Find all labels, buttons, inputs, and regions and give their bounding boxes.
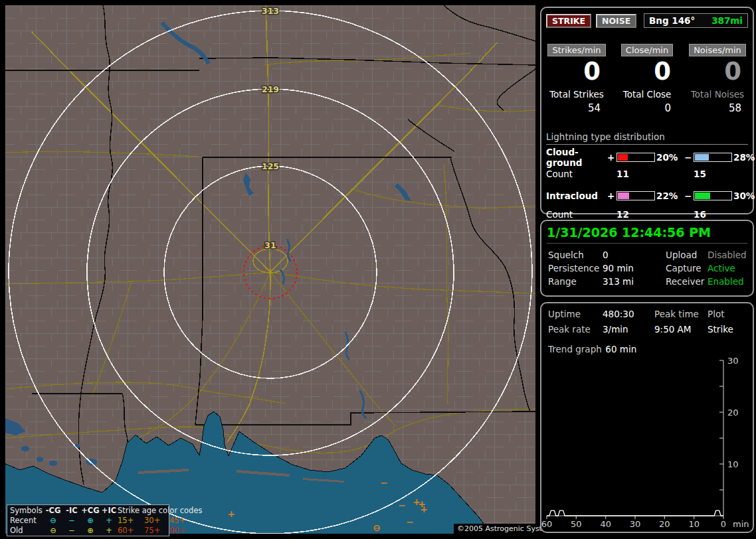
legend-recent-label: Recent — [10, 516, 43, 526]
old-pos-cg-icon: ⊕ — [80, 526, 100, 536]
ic-positive-bar — [616, 191, 655, 200]
total-close-value: 0 — [616, 102, 678, 114]
ic-negative-pct: 30% — [733, 191, 755, 201]
close-column: Close/min 0 Total Close 0 — [616, 44, 678, 114]
plus-sign: + — [607, 152, 616, 163]
range-label: Range — [548, 276, 603, 287]
legend-col-neg-cg: -CG — [43, 506, 63, 516]
ic-positive-count: 12 — [616, 209, 656, 220]
mode-toggle-row: STRIKE NOISE Bng 146° 387mi — [546, 13, 748, 28]
capture-label: Capture — [666, 263, 708, 273]
ic-negative-count: 16 — [694, 209, 733, 220]
cloud-ground-row: Cloud-ground + 20% − 28% — [546, 147, 748, 163]
svg-text:min: min — [733, 519, 749, 529]
distribution-title: Lightning type distribution — [546, 131, 748, 145]
persistence-label: Persistence — [548, 263, 603, 273]
strike-symbol: − — [406, 516, 414, 527]
counters-panel: STRIKE NOISE Bng 146° 387mi Strikes/min … — [540, 7, 754, 214]
strike-symbol: ⊖ — [373, 522, 381, 533]
age-code-15: 15+ — [118, 516, 144, 526]
old-neg-cg-icon: ⊖ — [43, 526, 63, 536]
recent-pos-cg-icon: ⊕ — [80, 516, 100, 526]
receiver-state: Enabled — [708, 276, 753, 287]
datetime-display: 1/31/2026 12:44:56 PM — [547, 225, 747, 244]
rate-counters: Strikes/min 0 Total Strikes 54 Close/min… — [541, 44, 753, 114]
total-noises-label: Total Noises — [687, 89, 748, 100]
trend-graph-chart: 1020306050403020100min — [541, 303, 753, 532]
minus-sign: − — [684, 152, 694, 163]
cloud-ground-count-row: Count 11 15 — [546, 165, 748, 182]
range-ring-label-31: 31 — [264, 240, 276, 250]
status-grid: Squelch 0 Upload Disabled Persistence 90… — [548, 250, 753, 287]
old-neg-ic-icon: − — [63, 526, 80, 536]
svg-text:30: 30 — [727, 356, 739, 366]
strike-symbol: + — [420, 504, 428, 514]
session-panel: Uptime 480:30 Peak time Plot Peak rate 3… — [540, 302, 754, 533]
age-code-60: 60+ — [118, 526, 144, 536]
bearing-value: Bng 146° — [649, 15, 695, 26]
noises-rate-value: 0 — [687, 58, 748, 86]
intracloud-row: Intracloud + 22% − 30% — [546, 187, 748, 204]
legend-col-neg-ic: -IC — [63, 506, 80, 516]
ic-negative-bar — [694, 191, 732, 200]
lightning-map[interactable]: 31321912531 +−−+++−⊖ — [5, 5, 535, 534]
strikes-column: Strikes/min 0 Total Strikes 54 — [546, 44, 607, 114]
svg-text:20: 20 — [659, 519, 670, 529]
recent-neg-cg-icon: ⊖ — [43, 516, 63, 526]
squelch-value: 0 — [603, 250, 666, 260]
range-ring-label-125: 125 — [262, 161, 279, 171]
old-pos-ic-icon: + — [100, 526, 118, 536]
svg-text:0: 0 — [721, 519, 726, 529]
age-code-90: 90+ — [169, 526, 193, 536]
minus-sign: − — [684, 191, 694, 201]
status-panel: 1/31/2026 12:44:56 PM Squelch 0 Upload D… — [540, 220, 754, 297]
total-close-label: Total Close — [616, 89, 678, 100]
legend-old-label: Old — [10, 526, 43, 536]
radar-map-panel: 31321912531 +−−+++−⊖ Symbols -CG -IC +CG… — [5, 5, 535, 534]
capture-state: Active — [708, 263, 753, 273]
range-ring-label-313: 313 — [262, 6, 279, 16]
total-strikes-label: Total Strikes — [546, 89, 607, 100]
strike-mode-button[interactable]: STRIKE — [546, 14, 591, 28]
svg-text:60: 60 — [541, 519, 552, 529]
age-code-45: 45+ — [169, 516, 193, 526]
legend-symbols-title: Symbols — [10, 506, 43, 516]
noises-column: Noises/min 0 Total Noises 58 — [687, 44, 748, 114]
strikes-per-min-badge: Strikes/min — [547, 44, 605, 56]
strike-symbol: − — [380, 477, 388, 488]
bearing-display: Bng 146° 387mi — [644, 13, 748, 28]
age-code-75: 75+ — [144, 526, 169, 536]
cg-positive-count: 11 — [616, 169, 656, 179]
total-noises-value: 58 — [687, 102, 748, 114]
noises-per-min-badge: Noises/min — [689, 44, 746, 56]
cg-positive-pct: 20% — [656, 152, 684, 163]
persistence-value: 90 min — [603, 263, 666, 273]
range-value: 313 mi — [603, 276, 666, 287]
close-per-min-badge: Close/min — [621, 44, 673, 56]
count-label: Count — [546, 169, 607, 179]
legend-age-title: Strike age color codes — [118, 506, 193, 516]
bearing-distance: 387mi — [711, 15, 743, 26]
cg-negative-pct: 28% — [733, 152, 755, 163]
strike-symbol: − — [398, 500, 406, 510]
svg-text:10: 10 — [688, 519, 700, 529]
recent-neg-ic-icon: − — [63, 516, 80, 526]
ic-positive-pct: 22% — [656, 191, 684, 201]
recent-pos-ic-icon: + — [100, 516, 118, 526]
svg-text:50: 50 — [571, 519, 582, 529]
cg-positive-bar — [616, 153, 655, 162]
noise-mode-button[interactable]: NOISE — [596, 14, 636, 28]
total-strikes-value: 54 — [546, 102, 607, 114]
upload-label: Upload — [666, 250, 708, 260]
range-ring-label-219: 219 — [262, 84, 279, 94]
strike-symbol: + — [227, 508, 235, 519]
receiver-label: Receiver — [666, 276, 708, 287]
nexstorm-lightning-app: { "header": { "strike_btn": "STRIKE", "n… — [0, 0, 756, 539]
intracloud-label: Intracloud — [546, 191, 607, 201]
count-label: Count — [546, 209, 607, 220]
upload-state: Disabled — [708, 250, 753, 260]
cloud-ground-label: Cloud-ground — [546, 147, 607, 168]
cg-negative-count: 15 — [694, 169, 733, 179]
legend-col-pos-cg: +CG — [80, 506, 100, 516]
svg-text:20: 20 — [727, 408, 739, 418]
